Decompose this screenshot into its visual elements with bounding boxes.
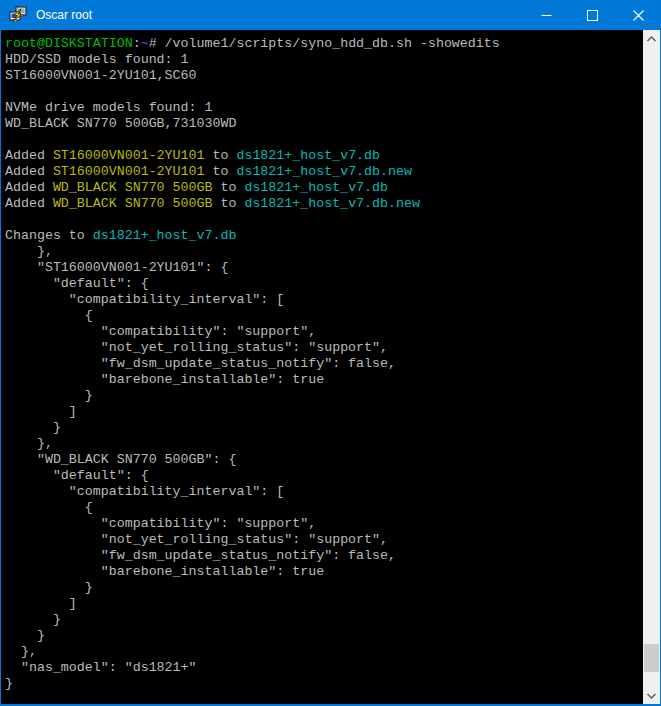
terminal-line: } <box>5 580 643 596</box>
close-button[interactable] <box>615 0 661 30</box>
titlebar[interactable]: Oscar root <box>0 0 661 30</box>
window-title: Oscar root <box>36 8 523 22</box>
terminal-line: "compatibility_interval": [ <box>5 292 643 308</box>
terminal-line: }, <box>5 644 643 660</box>
terminal-line: Added ST16000VN001-2YU101 to ds1821+_hos… <box>5 148 643 164</box>
maximize-button[interactable] <box>569 0 615 30</box>
terminal-line: NVMe drive models found: 1 <box>5 100 643 116</box>
terminal-line: } <box>5 420 643 436</box>
terminal-line: Added ST16000VN001-2YU101 to ds1821+_hos… <box>5 164 643 180</box>
terminal-line: "barebone_installable": true <box>5 372 643 388</box>
putty-icon <box>9 6 27 24</box>
terminal-line: "fw_dsm_update_status_notify": false, <box>5 548 643 564</box>
terminal-line: } <box>5 628 643 644</box>
terminal-line <box>5 132 643 148</box>
window-body: root@DISKSTATION:~# /volume1/scripts/syn… <box>0 30 661 706</box>
terminal-line: "compatibility": "support", <box>5 324 643 340</box>
terminal-line: "default": { <box>5 276 643 292</box>
terminal-line: { <box>5 500 643 516</box>
terminal-line: } <box>5 388 643 404</box>
terminal-line: ] <box>5 404 643 420</box>
scroll-up-button[interactable] <box>643 30 660 47</box>
scrollbar-track[interactable] <box>643 47 660 687</box>
scroll-down-button[interactable] <box>643 687 660 704</box>
terminal-line: HDD/SSD models found: 1 <box>5 52 643 68</box>
terminal-line: "not_yet_rolling_status": "support", <box>5 340 643 356</box>
terminal-line: root@DISKSTATION:~# /volume1/scripts/syn… <box>5 36 643 52</box>
scroll-up-icon <box>647 36 656 42</box>
terminal-line <box>5 212 643 228</box>
scrollbar-thumb[interactable] <box>644 644 659 672</box>
terminal-line: Added WD_BLACK SN770 500GB to ds1821+_ho… <box>5 196 643 212</box>
terminal-line: { <box>5 308 643 324</box>
close-icon <box>633 10 644 21</box>
window-controls <box>523 0 661 30</box>
terminal-line: Added WD_BLACK SN770 500GB to ds1821+_ho… <box>5 180 643 196</box>
terminal-line: "nas_model": "ds1821+" <box>5 660 643 676</box>
putty-window: Oscar root root@DISKSTATION:~# /volume1 <box>0 0 661 706</box>
terminal-line: ST16000VN001-2YU101,SC60 <box>5 68 643 84</box>
terminal-line: "not_yet_rolling_status": "support", <box>5 532 643 548</box>
terminal-line: }, <box>5 244 643 260</box>
terminal-line: Changes to ds1821+_host_v7.db <box>5 228 643 244</box>
terminal-line: } <box>5 612 643 628</box>
terminal-line: "default": { <box>5 468 643 484</box>
terminal-line: "fw_dsm_update_status_notify": false, <box>5 356 643 372</box>
terminal-line: } <box>5 676 643 692</box>
terminal-line: }, <box>5 436 643 452</box>
terminal-line: "compatibility": "support", <box>5 516 643 532</box>
terminal-line: "barebone_installable": true <box>5 564 643 580</box>
scroll-down-icon <box>647 693 656 699</box>
minimize-icon <box>541 10 552 21</box>
terminal-line: WD_BLACK SN770 500GB,731030WD <box>5 116 643 132</box>
maximize-icon <box>587 10 598 21</box>
terminal-line: "compatibility_interval": [ <box>5 484 643 500</box>
terminal-line <box>5 84 643 100</box>
scrollbar[interactable] <box>643 30 660 704</box>
terminal-line: ] <box>5 596 643 612</box>
terminal-output[interactable]: root@DISKSTATION:~# /volume1/scripts/syn… <box>1 30 643 704</box>
minimize-button[interactable] <box>523 0 569 30</box>
terminal-line: "ST16000VN001-2YU101": { <box>5 260 643 276</box>
terminal-line: "WD_BLACK SN770 500GB": { <box>5 452 643 468</box>
